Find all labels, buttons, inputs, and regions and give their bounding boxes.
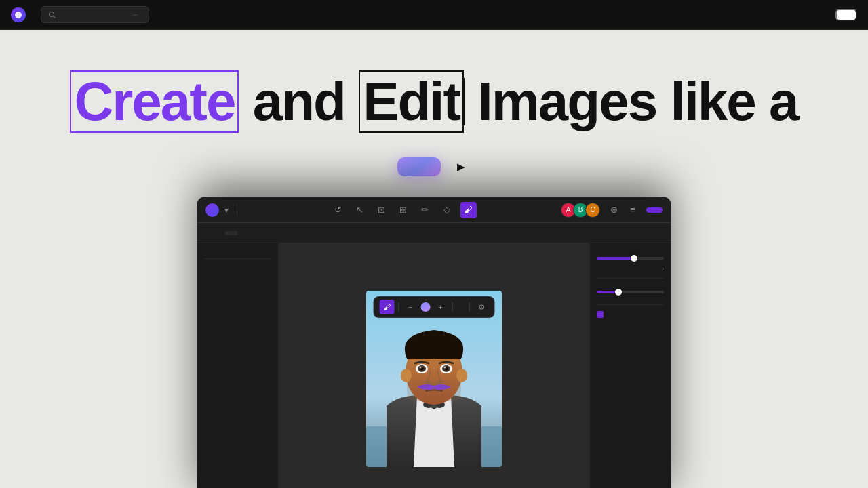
toolbar-right: A B C ⊕ ≡ xyxy=(561,202,663,218)
tool-cursor[interactable]: ↖ xyxy=(352,202,368,218)
app-logo-icon xyxy=(205,203,219,217)
search-icon xyxy=(48,11,56,19)
share-button[interactable] xyxy=(646,207,663,213)
watch-video-button[interactable]: ▶ xyxy=(457,161,471,173)
hero-section: Create and Edit Images like a ▶ ▾ ↺ xyxy=(0,0,868,488)
play-icon: ▶ xyxy=(457,161,465,173)
seed-randomize-row xyxy=(597,310,664,318)
ct-brush[interactable]: 🖌 xyxy=(380,300,395,314)
left-panel xyxy=(197,243,279,488)
toolbar-separator xyxy=(237,205,237,216)
quality-row xyxy=(597,284,664,285)
svg-point-12 xyxy=(420,367,422,369)
ct-sep-1 xyxy=(399,302,399,312)
search-shortcut xyxy=(132,14,138,16)
hero-title-suffix: Images like a xyxy=(477,71,797,131)
tool-paint[interactable]: 🖌 xyxy=(460,202,477,218)
toolbar-center: ↺ ↖ ⊡ ⊞ ✏ ◇ 🖌 xyxy=(330,202,477,218)
app-body: 🖌 − + ⚙ xyxy=(197,243,671,488)
svg-point-16 xyxy=(444,367,446,369)
dropdown-chevron: ▾ xyxy=(224,205,229,215)
ct-sep-2 xyxy=(452,302,453,312)
ct-plus[interactable]: + xyxy=(433,300,448,314)
svg-point-19 xyxy=(401,369,412,382)
nav-right xyxy=(754,9,857,21)
hero-and: and xyxy=(253,71,359,131)
app-toolbar: ▾ ↺ ↖ ⊡ ⊞ ✏ ◇ 🖌 A B C ⊕ xyxy=(197,197,671,223)
instruction-arrow: › xyxy=(597,265,664,272)
avatar-group: A B C xyxy=(561,203,600,218)
canvas-toolbar: 🖌 − + ⚙ xyxy=(374,296,495,318)
tab-canvas[interactable] xyxy=(224,231,238,235)
get-started-free-button[interactable] xyxy=(835,9,857,21)
tool-refresh[interactable]: ↺ xyxy=(330,202,347,218)
svg-point-0 xyxy=(15,12,22,18)
quality-slider[interactable] xyxy=(597,291,664,293)
app-subtabs xyxy=(197,223,671,243)
instruction-strength-slider[interactable] xyxy=(597,257,664,260)
hero-create-word: Create xyxy=(70,70,239,133)
ct-sep-3 xyxy=(469,302,470,312)
ct-settings[interactable]: ⚙ xyxy=(474,300,489,314)
toolbar-icons-right: ⊕ ≡ xyxy=(606,202,641,218)
search-input[interactable] xyxy=(60,9,128,20)
navbar xyxy=(0,0,868,30)
svg-point-20 xyxy=(456,369,467,382)
ct-minus[interactable]: − xyxy=(403,300,418,314)
rp-divider-2 xyxy=(597,304,664,305)
panel-divider xyxy=(204,258,271,259)
menu-icon[interactable]: ≡ xyxy=(625,202,641,218)
zoom-icon[interactable]: ⊕ xyxy=(606,202,622,218)
nav-logo[interactable] xyxy=(11,7,30,22)
canvas-area[interactable]: 🖌 − + ⚙ xyxy=(279,243,589,488)
app-dropdown[interactable]: ▾ xyxy=(224,205,229,215)
hero-edit-word: Edit xyxy=(359,70,464,133)
right-panel: › xyxy=(589,243,671,488)
get-started-button[interactable] xyxy=(397,157,441,176)
tool-pen[interactable]: ✏ xyxy=(417,202,433,218)
tool-frame[interactable]: ⊡ xyxy=(374,202,390,218)
seed-checkbox[interactable] xyxy=(597,311,604,318)
ct-color-dot xyxy=(421,302,431,312)
hero-content: Create and Edit Images like a ▶ xyxy=(0,30,868,176)
tool-shape[interactable]: ◇ xyxy=(439,202,455,218)
search-bar[interactable] xyxy=(41,6,149,23)
logo-icon xyxy=(11,7,26,22)
hero-title: Create and Edit Images like a xyxy=(0,70,868,133)
tool-crop[interactable]: ⊞ xyxy=(395,202,412,218)
tab-board[interactable] xyxy=(205,231,219,235)
rp-divider-1 xyxy=(597,278,664,279)
hero-buttons: ▶ xyxy=(0,157,868,176)
avatar-3: C xyxy=(585,203,600,218)
app-preview: ▾ ↺ ↖ ⊡ ⊞ ✏ ◇ 🖌 A B C ⊕ xyxy=(197,197,671,488)
